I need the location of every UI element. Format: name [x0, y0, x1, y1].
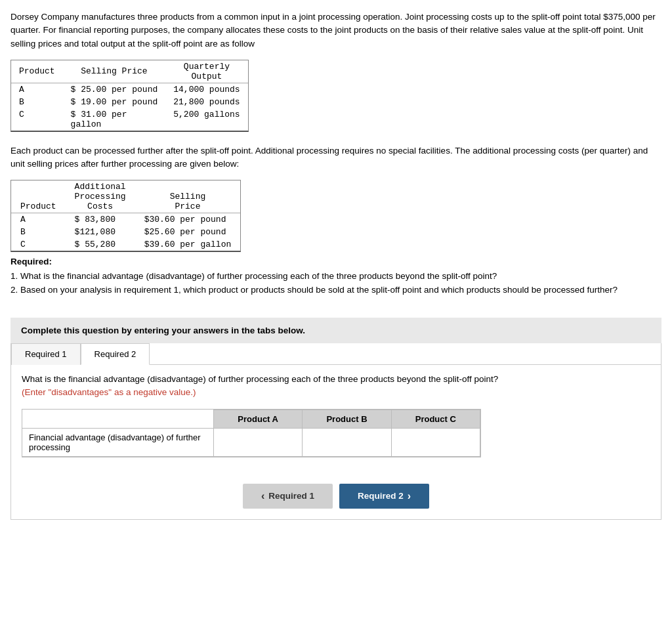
product-c-input[interactable] — [398, 433, 473, 452]
table-row: A $ 25.00 per pound 14,000 pounds — [11, 83, 248, 96]
table-row: A $ 83,800 $30.60 per pound — [11, 213, 240, 226]
chevron-right-icon — [408, 490, 411, 502]
intro-paragraph: Dorsey Company manufactures three produc… — [10, 11, 662, 51]
answer-table-wrapper: Product A Product B Product C Financial … — [22, 409, 481, 457]
required-q2: 2. Based on your analysis in requirement… — [10, 285, 618, 295]
next-button-label: Required 2 — [358, 491, 404, 501]
table2-col3-header: Selling Price — [135, 180, 241, 213]
table1-col2-header: Selling Price — [63, 60, 166, 83]
table-row: B $121,080 $25.60 per pound — [11, 226, 240, 238]
table2-container: Product Additional Processing Costs Sell… — [10, 180, 241, 252]
required-section: Required: 1. What is the financial advan… — [10, 255, 662, 297]
table-row: B $ 19.00 per pound 21,800 pounds — [11, 96, 248, 108]
table-row: Financial advantage (disadvantage) of fu… — [22, 428, 480, 456]
answer-table: Product A Product B Product C Financial … — [22, 410, 480, 457]
table-row: C $ 31.00 pergallon 5,200 gallons — [11, 108, 248, 131]
answer-col3-header: Product C — [391, 410, 480, 428]
table1-col1-header: Product — [11, 60, 63, 83]
row-label: Financial advantage (disadvantage) of fu… — [22, 428, 213, 456]
table1: Product Selling Price Quarterly Output A… — [11, 60, 248, 131]
prev-button[interactable]: Required 1 — [243, 484, 333, 509]
table-row: C $ 55,280 $39.60 per gallon — [11, 238, 240, 251]
table2: Product Additional Processing Costs Sell… — [11, 180, 240, 251]
tabs-area: Required 1 Required 2 What is the financ… — [10, 343, 662, 520]
required-q1: 1. What is the financial advantage (disa… — [10, 271, 497, 281]
answer-col2-header: Product B — [303, 410, 391, 428]
table1-container: Product Selling Price Quarterly Output A… — [10, 60, 249, 132]
nav-buttons: Required 1 Required 2 — [11, 478, 661, 519]
tab-content: What is the financial advantage (disadva… — [11, 365, 661, 468]
answer-col0-header — [22, 410, 213, 428]
table2-col1-header: Product — [11, 180, 66, 213]
tab-required1[interactable]: Required 1 — [11, 343, 81, 365]
product-a-cell — [213, 428, 302, 456]
complete-box-text: Complete this question by entering your … — [21, 326, 305, 335]
chevron-left-icon — [261, 490, 264, 502]
tab-question-text: What is the financial advantage (disadva… — [22, 373, 650, 400]
table1-col3-header: Quarterly Output — [165, 60, 247, 83]
tab-note: (Enter "disadvantages" as a negative val… — [22, 387, 196, 397]
product-b-cell — [303, 428, 391, 456]
table2-col2-header: Additional Processing Costs — [66, 180, 135, 213]
answer-col1-header: Product A — [213, 410, 302, 428]
next-button[interactable]: Required 2 — [339, 484, 429, 509]
product-c-cell — [391, 428, 480, 456]
mid-paragraph: Each product can be processed further af… — [10, 144, 662, 171]
complete-box: Complete this question by entering your … — [10, 318, 662, 343]
product-b-input[interactable] — [309, 433, 384, 452]
prev-button-label: Required 1 — [268, 491, 314, 501]
tabs-row: Required 1 Required 2 — [11, 343, 661, 365]
tab-required2[interactable]: Required 2 — [81, 343, 150, 365]
product-a-input[interactable] — [220, 433, 295, 452]
required-label: Required: — [10, 257, 52, 266]
